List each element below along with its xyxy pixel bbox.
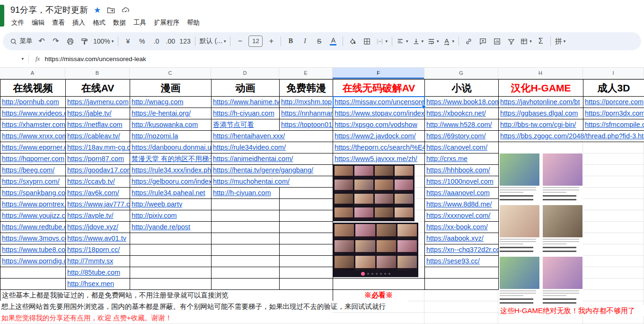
cell-link[interactable]: https://muchohentai.com/: [211, 176, 333, 188]
horizontal-align-button[interactable]: ▾: [395, 35, 410, 47]
cell-link[interactable]: http://pornhub.com: [0, 96, 66, 108]
cell-empty[interactable]: [279, 187, 333, 199]
cell-link[interactable]: https://netflav.com: [65, 119, 130, 131]
column-header-A[interactable]: A: [0, 68, 65, 79]
cell-empty[interactable]: [130, 267, 212, 279]
cell-link[interactable]: https://cableav.tv/: [65, 130, 130, 142]
cell-link[interactable]: http://crxs.me: [424, 153, 499, 165]
cell-link[interactable]: https://rule34video.com/: [211, 142, 333, 153]
cell-link[interactable]: https://hqporner.com: [0, 153, 66, 165]
cell-link[interactable]: https://www.eporner.com: [0, 142, 66, 153]
vertical-align-button[interactable]: ▾: [410, 35, 426, 47]
cell-empty[interactable]: [279, 278, 333, 290]
cell-link[interactable]: https://javhotonline.com/bt: [498, 96, 583, 108]
cell-link[interactable]: https://www.porndig.com: [0, 255, 66, 267]
category-header-cell[interactable]: 在线视频: [0, 79, 66, 97]
paint-format-button[interactable]: [77, 35, 91, 47]
category-header-cell[interactable]: 汉化H-GAME: [498, 79, 583, 97]
cell-link[interactable]: https://xn--chq372d2r.com: [424, 244, 499, 256]
cell-link[interactable]: http://weeb.party: [130, 198, 212, 210]
menu-item[interactable]: 编辑: [28, 17, 48, 28]
cell-empty[interactable]: [211, 278, 280, 290]
borders-button[interactable]: [360, 35, 374, 47]
cell-link[interactable]: https://www.av01.tv: [65, 233, 130, 244]
cell-link[interactable]: https://xpsgo.com/vodshow: [333, 119, 425, 131]
category-header-cell[interactable]: 动画: [211, 79, 280, 97]
cell-link[interactable]: https://h-ciyuan.com: [211, 108, 280, 119]
formula-input[interactable]: https://missav.com/uncensored-leak: [44, 55, 146, 63]
cell-empty[interactable]: [279, 267, 333, 279]
cell-empty[interactable]: [279, 210, 333, 222]
column-header-B[interactable]: B: [65, 68, 130, 79]
cell-link[interactable]: https://www.jav777.cc: [65, 198, 130, 210]
cell-link[interactable]: https://canovel.com/: [424, 142, 499, 153]
cloud-status-icon[interactable]: [121, 6, 130, 15]
cell-link[interactable]: https://xhamster.com: [0, 119, 66, 131]
cell-empty[interactable]: [0, 267, 66, 279]
column-header-F[interactable]: F: [333, 68, 424, 79]
italic-button[interactable]: I: [298, 35, 312, 47]
cell-link[interactable]: http://yande.re/post: [130, 221, 212, 233]
cell-link[interactable]: https://www.hanime.tv: [211, 96, 280, 108]
cell-empty[interactable]: [424, 267, 499, 279]
cell-link[interactable]: http://mxshm.top: [279, 96, 333, 108]
cell-empty[interactable]: [279, 244, 333, 256]
cell-link[interactable]: https://1000novel.com: [424, 176, 499, 188]
format-currency-button[interactable]: ¥: [121, 35, 135, 47]
bold-button[interactable]: B: [283, 35, 298, 47]
cell-link[interactable]: http://bbs-tw.com/cgi-bin/: [498, 119, 583, 131]
cell-link[interactable]: http://wnacg.com: [130, 96, 212, 108]
cell-link[interactable]: https://www.redtube.com: [0, 221, 66, 233]
redo-button[interactable]: ↷: [49, 35, 63, 47]
insert-comment-button[interactable]: [476, 35, 490, 47]
cell-empty[interactable]: [279, 221, 333, 233]
column-header-I[interactable]: I: [583, 68, 644, 79]
cell-link[interactable]: https://e-hentai.org/: [130, 108, 212, 119]
text-color-button[interactable]: A: [326, 35, 340, 47]
cell-empty[interactable]: [130, 244, 212, 256]
menu-item[interactable]: 插入: [69, 17, 89, 28]
cell-link[interactable]: https://hentai.tv/genre/gangbang/: [211, 164, 333, 176]
cell-link[interactable]: https://www.stopav.com/index: [333, 108, 425, 119]
category-header-cell[interactable]: 在线无码破解AV: [333, 79, 425, 97]
cell-link[interactable]: https://hhhbook.com/: [424, 164, 499, 176]
cell-empty[interactable]: [211, 233, 280, 244]
cell-empty[interactable]: [130, 255, 212, 267]
cell-link[interactable]: https://gelbooru.com/index.php: [130, 176, 212, 188]
name-box[interactable]: ▾: [0, 56, 24, 61]
cell-link[interactable]: https://www2.javdock.com/: [333, 130, 425, 142]
cell-link[interactable]: https://javmenu.com: [65, 96, 130, 108]
category-header-cell[interactable]: 在线AV: [65, 79, 130, 97]
decrease-decimal-button[interactable]: .0: [149, 35, 163, 47]
cell-link[interactable]: https://porn3dx.com: [583, 108, 644, 119]
cell-link[interactable]: http://nozomi.la: [130, 130, 212, 142]
cell-empty[interactable]: [0, 278, 66, 290]
cell-link[interactable]: https://avple.tv/: [65, 210, 130, 222]
cell-link[interactable]: https://theporn.cc/search/%E4%B8%AD: [333, 142, 425, 153]
move-folder-icon[interactable]: [106, 6, 115, 15]
star-icon[interactable]: ★: [94, 6, 101, 14]
cell-link[interactable]: https://www5.javxxx.me/zh/: [333, 153, 425, 165]
insert-link-button[interactable]: [461, 35, 476, 47]
cell-link[interactable]: 禁漫天堂 有的地区不用梯子: [130, 153, 212, 165]
cell-empty[interactable]: [211, 198, 280, 210]
cell-link[interactable]: https://www.3movs.com: [0, 233, 66, 244]
fill-color-button[interactable]: [345, 35, 360, 47]
category-header-cell[interactable]: 免费韩漫: [279, 79, 333, 97]
undo-button[interactable]: ↶: [35, 35, 49, 47]
cell-empty[interactable]: [130, 233, 212, 244]
cell-link[interactable]: https://18av.mm-cg.com: [65, 142, 130, 153]
cell-empty[interactable]: [424, 278, 499, 290]
cell-link[interactable]: https://xbookcn.net/: [424, 108, 499, 119]
column-header-D[interactable]: D: [211, 68, 279, 79]
cell-link[interactable]: https://spankbang.com: [0, 187, 66, 199]
cell-link[interactable]: https://www.xvideos.com: [0, 108, 66, 119]
text-rotation-button[interactable]: ▾: [441, 35, 457, 47]
cell-link[interactable]: https://beeg.com/: [0, 164, 66, 176]
cell-link[interactable]: https://xx-book.com/: [424, 221, 499, 233]
merge-cells-button[interactable]: ▾: [374, 35, 389, 47]
cell-link[interactable]: https://sese93.cc/: [424, 255, 499, 267]
strikethrough-button[interactable]: S: [312, 35, 326, 47]
cell-empty[interactable]: [279, 198, 333, 210]
cell-link[interactable]: https://69story.com/: [424, 130, 499, 142]
